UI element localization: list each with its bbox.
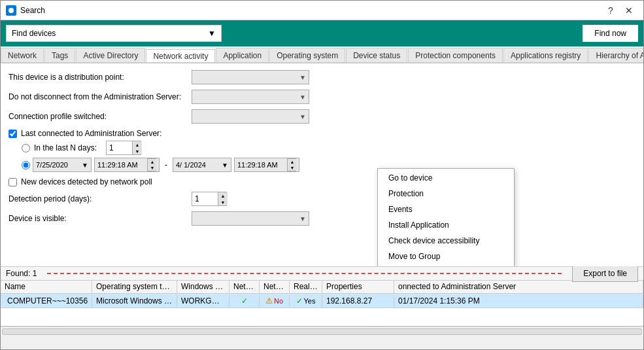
time-from-spinner: ▲ ▼ [147,158,156,171]
ctx-protection[interactable]: Protection [378,186,514,201]
svg-point-0 [8,8,14,13]
ctx-move-to-group[interactable]: Move to Group [378,249,514,264]
tab-network[interactable]: Network [1,48,44,62]
in-last-n-days-label: In the last N days: [34,143,97,152]
time-to-spinner: ▲ ▼ [287,158,296,171]
dropdown-arrow-icon: ▼ [208,29,216,38]
check-icon: ✓ [296,296,303,306]
ctx-check-device-accessibility[interactable]: Check device accessibility [378,233,514,249]
export-button[interactable]: Export to file [572,265,638,282]
do-not-disconnect-label: Do not disconnect from the Administratio… [8,92,192,101]
calendar-icon[interactable]: ▼ [82,162,88,169]
find-devices-label: Find devices [12,29,56,38]
n-days-down-button[interactable]: ▼ [133,148,142,154]
horizontal-scrollbar[interactable] [1,326,643,336]
main-content: This device is a distribution point: ▼ D… [1,63,643,266]
tab-active-directory[interactable]: Active Directory [76,48,145,62]
dropdown-arrow-icon: ▼ [299,94,306,101]
date-separator: - [165,160,167,169]
cell-netw2: ⚠ No [260,295,290,307]
cell-properties: 192.168.8.27 [322,295,394,307]
status-bar: Found: 1 Export to file [1,266,643,281]
device-visible-label: Device is visible: [8,214,192,223]
table-header: Name Operating system type Windows do...… [1,281,643,294]
ctx-events[interactable]: Events [378,201,514,217]
tab-tags[interactable]: Tags [44,48,75,62]
tab-applications-registry[interactable]: Applications registry [503,48,588,62]
tab-operating-system[interactable]: Operating system [269,48,345,62]
toolbar: Find devices ▼ Find now [1,20,643,46]
in-last-n-days-row: In the last N days: 1 ▲ ▼ [8,141,636,155]
time-to-up[interactable]: ▲ [288,159,297,165]
time-from-up[interactable]: ▲ [148,159,157,165]
do-not-disconnect-row: Do not disconnect from the Administratio… [8,90,636,104]
date-from-input[interactable]: 7/25/2020 ▼ [33,158,92,172]
check-icon: ✓ [241,296,248,306]
table-row[interactable]: COMPUTER~~~10356 Microsoft Windows 10 WO… [1,294,643,308]
new-devices-label: New devices detected by network poll [21,177,152,186]
distribution-point-select[interactable]: ▼ [192,70,309,84]
col-netw1: Netw... [229,281,260,293]
date-range-row: 7/25/2020 ▼ 11:29:18 AM ▲ ▼ - 4/ 1/2024 … [8,158,636,172]
connection-profile-select[interactable]: ▼ [192,109,309,124]
tab-device-status[interactable]: Device status [346,48,407,62]
time-to-input[interactable]: 11:29:18 AM ▲ ▼ [234,158,299,172]
close-button[interactable]: ✕ [620,1,638,20]
title-bar: Search ? ✕ [1,1,643,20]
col-netw2: Netw... [260,281,290,293]
detection-period-down[interactable]: ▼ [218,199,228,205]
results-table: Name Operating system type Windows do...… [1,281,643,326]
warning-icon: ⚠ [265,296,273,306]
context-menu: Go to device Protection Events Install A… [377,168,515,266]
col-os-type: Operating system type [92,281,177,293]
last-connected-label: Last connected to Administration Server: [21,129,161,138]
title-bar-left: Search [6,5,45,16]
no-label: No [274,297,283,305]
dropdown-arrow-icon: ▼ [299,215,306,222]
date-to-input[interactable]: 4/ 1/2024 ▼ [173,158,231,172]
detection-period-input[interactable]: 1 [192,192,218,206]
tab-protection-components[interactable]: Protection components [408,48,503,62]
n-days-up-button[interactable]: ▲ [133,141,142,148]
ctx-go-to-device[interactable]: Go to device [378,170,514,186]
new-devices-checkbox[interactable] [8,178,17,186]
find-devices-dropdown[interactable]: Find devices ▼ [6,25,222,42]
in-last-n-days-radio[interactable] [22,144,30,152]
detection-period-label: Detection period (days): [8,194,192,203]
tab-application[interactable]: Application [216,48,269,62]
detection-period-row: Detection period (days): 1 ▲ ▼ [8,192,636,206]
cell-netw1: ✓ [229,295,260,307]
n-days-input[interactable]: 1 [106,141,132,155]
find-now-button[interactable]: Find now [583,25,638,42]
n-days-spinner: ▲ ▼ [132,141,141,155]
cell-windows-domain: WORKGROUP [177,295,229,307]
window-title: Search [20,6,45,15]
ctx-install-application[interactable]: Install Application [378,217,514,233]
time-from-input[interactable]: 11:29:18 AM ▲ ▼ [94,158,160,172]
date-range-radio[interactable] [22,161,30,169]
col-windows-domain: Windows do... [177,281,229,293]
detection-period-up[interactable]: ▲ [218,192,228,199]
tab-hierarchy[interactable]: Hierarchy of Administration Servers [588,48,643,62]
device-visible-select[interactable]: ▼ [192,211,309,226]
distribution-point-label: This device is a distribution point: [8,73,192,82]
app-icon [6,5,16,16]
do-not-disconnect-select[interactable]: ▼ [192,90,309,104]
dashed-line [47,273,562,274]
ctx-connect-to-device[interactable]: Connect to device › [378,264,514,266]
detection-period-spinner: ▲ ▼ [218,192,227,206]
cell-real-time: ✓ Yes [290,295,322,307]
col-name: Name [1,281,92,293]
calendar-icon[interactable]: ▼ [222,162,228,169]
col-real-time: Real-tim [290,281,322,293]
cell-name: COMPUTER~~~10356 [1,295,92,307]
help-button[interactable]: ? [602,1,620,20]
time-to-down[interactable]: ▼ [288,165,297,171]
last-connected-checkbox[interactable] [8,130,17,138]
time-from-down[interactable]: ▼ [148,165,157,171]
dropdown-arrow-icon: ▼ [299,113,306,120]
last-connected-row: Last connected to Administration Server: [8,129,636,138]
tab-network-activity[interactable]: Network activity [146,49,215,63]
found-label: Found: 1 [6,269,37,278]
distribution-point-row: This device is a distribution point: ▼ [8,70,636,84]
